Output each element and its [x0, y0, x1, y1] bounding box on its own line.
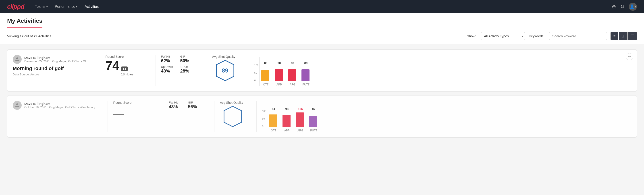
hexagon-container: [223, 105, 243, 128]
activity-type-wrapper: All Activity Types ▾: [481, 32, 525, 40]
chart-wrapper: 100 50 0 85 OTT 90: [254, 55, 631, 86]
fw-hit-value: 62%: [161, 58, 175, 63]
bar-group-ott: 94 OTT: [269, 107, 278, 132]
avatar-icon: 👤: [630, 4, 634, 9]
logo[interactable]: clippd: [7, 3, 24, 10]
keyword-input[interactable]: [549, 32, 607, 40]
bar-group-arg: 106 ARG: [296, 107, 305, 132]
user-row: Dave Billingham December 05, 2021 · Gog …: [13, 55, 88, 64]
nav-item-performance[interactable]: Performance ▾: [55, 3, 78, 10]
bar-group-app: 90 APP: [275, 61, 284, 86]
user-row: Dave Billingham October 16, 2021 · Gog M…: [13, 101, 95, 110]
refresh-icon[interactable]: ↻: [620, 4, 624, 10]
avatar: [13, 55, 22, 64]
nav-item-activities[interactable]: Activities: [84, 3, 99, 10]
gir-label: GIR: [180, 55, 194, 58]
hexagon-container: 89: [215, 59, 235, 82]
oneputt-value: 28%: [180, 68, 194, 74]
card-stats: FW Hit 62% GIR 50% Up/Down 43% 1 Putt 28…: [161, 55, 201, 74]
divider: [214, 101, 214, 132]
bar-group-putt: 87 PUTT: [309, 107, 318, 132]
bar-group-putt: 89 PUTT: [302, 61, 310, 86]
show-label: Show:: [467, 34, 476, 38]
user-avatar[interactable]: 👤 ▾: [629, 3, 637, 11]
avatar: [13, 101, 22, 110]
user-date: October 16, 2021 · Gog Magog Golf Club -…: [24, 106, 95, 109]
gir-stat: GIR 56%: [188, 101, 202, 109]
updown-value: 43%: [161, 68, 175, 74]
activity-card: ✏ Dave Billingham December 05, 2021 · Go…: [7, 49, 637, 92]
score-holes: 18 Holes: [121, 72, 134, 76]
bar-group-app: 93 APP: [282, 107, 292, 132]
add-icon[interactable]: ⊕: [612, 4, 616, 10]
gir-value: 56%: [188, 104, 202, 109]
keywords-label: Keywords:: [529, 34, 544, 38]
user-date: December 05, 2021 · Gog Magog Golf Club …: [24, 60, 88, 63]
card-chart: 100 50 0 85 OTT 90: [254, 55, 631, 86]
chart-y-labels: 100 50 0: [262, 110, 266, 132]
stats-grid: FW Hit 43% GIR 56%: [169, 101, 202, 109]
bar-arg: [296, 112, 305, 127]
divider: [156, 55, 156, 86]
page-title: My Activities: [7, 14, 42, 28]
card-quality: Avg Shot Quality 89: [212, 55, 244, 82]
hex-number: 89: [222, 67, 228, 74]
compact-view-button[interactable]: ☰: [628, 32, 637, 40]
divider: [100, 55, 100, 86]
list-view-button[interactable]: ≡: [610, 32, 618, 40]
fw-hit-label: FW Hit: [161, 55, 175, 58]
divider: [108, 101, 108, 132]
bar-arg: [288, 66, 297, 81]
card-score: Round Score 74 +4 18 Holes: [106, 55, 150, 76]
filter-bar: Viewing 12 out of 29 Activities Show: Al…: [0, 28, 644, 44]
oneputt-label: 1 Putt: [180, 65, 194, 68]
avatar-chevron: ▾: [635, 5, 636, 8]
card-left: Dave Billingham December 05, 2021 · Gog …: [13, 55, 94, 76]
fw-hit-label: FW Hit: [169, 101, 182, 104]
bar-app: [282, 112, 292, 127]
edit-button[interactable]: ✏: [626, 53, 633, 60]
grid-view-button[interactable]: ⊞: [619, 32, 628, 40]
bars-container: 85 OTT 90 APP: [259, 57, 310, 86]
card-left: Dave Billingham October 16, 2021 · Gog M…: [13, 101, 102, 112]
bar-group-arg: 89 ARG: [288, 61, 297, 86]
navbar: clippd Teams ▾ Performance ▾ Activities …: [0, 0, 644, 14]
fw-hit-stat: FW Hit 43%: [169, 101, 182, 109]
bar-group-ott: 85 OTT: [261, 61, 270, 86]
nav-item-teams[interactable]: Teams ▾: [35, 3, 48, 10]
bar-app: [275, 66, 284, 81]
stats-grid: FW Hit 62% GIR 50% Up/Down 43% 1 Putt 28…: [161, 55, 194, 74]
svg-marker-1: [224, 106, 242, 126]
divider: [163, 101, 163, 132]
page-header: My Activities: [0, 14, 644, 28]
bar-ott: [269, 112, 278, 127]
card-stats: FW Hit 43% GIR 56%: [169, 101, 209, 109]
gir-stat: GIR 50%: [180, 55, 194, 63]
hexagon-svg: [223, 105, 243, 128]
quality-label: Avg Shot Quality: [212, 55, 236, 58]
fw-hit-stat: FW Hit 62%: [161, 55, 175, 63]
user-name: Dave Billingham: [24, 102, 95, 106]
quality-label: Avg Shot Quality: [220, 101, 243, 104]
card-chart: 100 50 0 94 OTT 93: [262, 101, 631, 132]
chart-y-labels: 100 50 0: [254, 64, 258, 86]
score-main: 74 +4 18 Holes: [106, 59, 143, 76]
activity-type-select[interactable]: All Activity Types: [481, 32, 525, 40]
viewing-text: Viewing 12 out of 29 Activities: [7, 34, 51, 38]
bar-ott: [261, 66, 270, 81]
bar-putt: [309, 112, 318, 127]
bars-container: 94 OTT 93 APP 106: [267, 103, 318, 132]
chart-wrapper: 100 50 0 94 OTT 93: [262, 101, 631, 132]
user-info: Dave Billingham October 16, 2021 · Gog M…: [24, 102, 95, 109]
fw-hit-value: 43%: [169, 104, 182, 109]
data-source: Data Source: Arccos: [13, 73, 88, 76]
bar-putt: [302, 66, 310, 81]
nav-icons: ⊕ ↻ 👤 ▾: [612, 3, 637, 11]
divider: [249, 55, 249, 86]
gir-label: GIR: [188, 101, 202, 104]
score-label: Round Score: [113, 101, 150, 104]
user-info: Dave Billingham December 05, 2021 · Gog …: [24, 56, 88, 63]
performance-chevron-icon: ▾: [76, 5, 78, 8]
activity-title: Morning round of golf: [13, 66, 88, 72]
teams-chevron-icon: ▾: [46, 5, 48, 8]
